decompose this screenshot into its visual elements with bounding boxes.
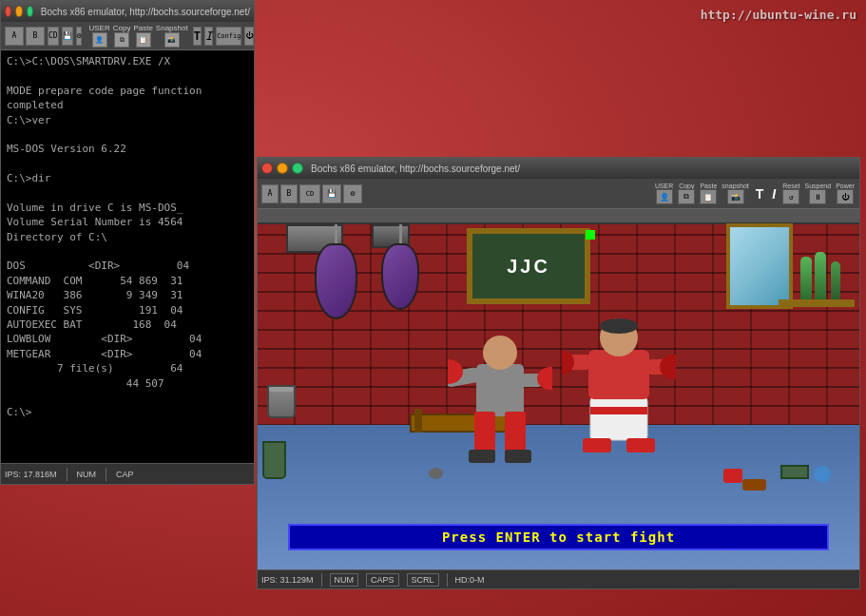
toolbar-icon-floppy[interactable]: 💾 (62, 27, 73, 46)
toolbar-icon-a[interactable]: A (5, 27, 24, 46)
toolbar-icon-cd[interactable]: CD (48, 27, 59, 46)
game-power-label: Power (836, 183, 855, 189)
game-ips-display: IPS: 31.129M (261, 575, 314, 585)
game-status-sep2 (447, 573, 448, 587)
bag-chain-right (399, 224, 402, 243)
status-separator-2 (106, 468, 106, 481)
svg-rect-5 (505, 450, 531, 463)
svg-rect-0 (476, 364, 524, 416)
game-copy-btn[interactable]: ⧉ (678, 189, 695, 204)
copy-section: Copy ⧉ (113, 24, 131, 48)
paste-section: Paste 📋 (133, 24, 152, 48)
bag-chain-left (335, 224, 337, 243)
game-toolbar-icons: A B (261, 184, 298, 203)
terminal-line-blank1 (7, 68, 248, 83)
paste-icon[interactable]: 📋 (136, 32, 151, 48)
ips-display: IPS: 17.816M (5, 470, 57, 479)
game-toolbar-cd[interactable]: CD (299, 184, 320, 203)
equipment-right (780, 465, 809, 479)
toolbar-icon-t[interactable]: T (193, 27, 202, 46)
window2-titlebar: Bochs x86 emulator, http://bochs.sourcef… (258, 158, 859, 179)
ceiling-pipe-main (258, 209, 859, 224)
game-reset-btn[interactable]: ↺ (782, 189, 799, 204)
terminal-line-prompt: C:\> (7, 405, 248, 419)
svg-point-14 (600, 318, 638, 334)
game-user-btn[interactable]: 👤 (656, 189, 673, 204)
status-separator-1 (67, 468, 67, 481)
snapshot-icon[interactable]: 📸 (164, 32, 180, 48)
game-toolbar-a[interactable]: A (261, 184, 279, 203)
chalkboard-text: JJC (507, 256, 550, 278)
svg-rect-12 (588, 350, 649, 399)
toolbar-icon-b[interactable]: B (26, 27, 45, 46)
window2-toolbar: A B CD 💾 ⚙ USER 👤 Copy ⧉ Paste 📋 snapsho… (258, 179, 859, 209)
game-suspend-label: Suspend (805, 183, 832, 189)
terminal-line-blank2 (7, 127, 248, 142)
shelf (779, 299, 855, 307)
press-enter-text: Press ENTER to start fight (442, 529, 675, 545)
svg-rect-11 (590, 407, 647, 414)
terminal-line-dir-cmd: C:\>dir (7, 171, 248, 185)
terminal-line-dos: DOS <DIR> 04 (7, 259, 248, 273)
press-enter-bar: Press ENTER to start fight (288, 524, 830, 550)
chalkboard: JJC (467, 228, 590, 304)
game-suspend-btn[interactable]: ⏸ (809, 189, 826, 204)
game-toolbar-b[interactable]: B (280, 184, 298, 203)
snapshot-section: Snapshot 📸 (156, 24, 188, 48)
caps-status: CAP (116, 470, 134, 479)
game-snapshot-section: snapshot 📸 (722, 183, 748, 204)
floor-item-2 (723, 469, 742, 483)
user-section: USER 👤 (88, 24, 109, 48)
game-minimize-button[interactable] (277, 163, 288, 174)
rocket-3 (831, 261, 840, 299)
floor-item-4 (814, 466, 831, 483)
copy-icon[interactable]: ⧉ (114, 32, 129, 48)
power-icon[interactable]: ⏻ (244, 27, 254, 46)
equipment-left (262, 441, 286, 479)
game-scrl-status: SCRL (407, 573, 439, 587)
game-close-button[interactable] (261, 163, 273, 174)
terminal-line-autoexec: AUTOEXEC BAT 168 04 (7, 318, 248, 332)
minimize-button[interactable] (15, 6, 22, 17)
maximize-button[interactable] (27, 6, 33, 17)
game-power-btn[interactable]: ⏻ (837, 189, 854, 204)
svg-rect-15 (583, 438, 611, 452)
user-label: USER (88, 24, 109, 32)
fighter-right-svg (562, 317, 676, 469)
terminal-line-volume: Volume in drive C is MS-DOS_ (7, 201, 248, 215)
close-button[interactable] (5, 6, 11, 17)
game-toolbar-right: USER 👤 Copy ⧉ Paste 📋 snapshot 📸 T I Res… (654, 183, 856, 204)
game-suspend-section: Suspend ⏸ (805, 183, 832, 204)
game-reset-section: Reset ↺ (782, 183, 799, 204)
green-indicator (586, 230, 595, 240)
game-snapshot-btn[interactable]: 📸 (727, 189, 744, 204)
toolbar-icon-i[interactable]: I (204, 27, 213, 46)
snapshot-label: Snapshot (156, 24, 188, 32)
terminal-line-blank3 (7, 157, 248, 171)
num-status: NUM (77, 470, 97, 479)
window1-toolbar: A B CD 💾 ⚙ USER 👤 Copy ⧉ Paste 📋 Snapsho… (1, 22, 254, 50)
game-window: Bochs x86 emulator, http://bochs.sourcef… (257, 157, 860, 589)
toolbar-icon-config[interactable]: Config (216, 27, 241, 46)
game-power-section: Power ⏻ (836, 183, 855, 204)
game-toolbar-ti: T (753, 186, 767, 202)
game-maximize-button[interactable] (292, 163, 303, 174)
window1-titlebar: Bochs x86 emulator, http://bochs.sourcef… (1, 1, 254, 22)
window-mirror (726, 223, 793, 309)
svg-point-20 (660, 355, 676, 379)
game-toolbar-settings[interactable]: ⚙ (343, 184, 362, 203)
svg-rect-3 (505, 412, 526, 454)
game-toolbar-floppy[interactable]: 💾 (322, 184, 341, 203)
terminal-line-config: CONFIG SYS 191 04 (7, 303, 248, 318)
watermark-text: http://ubuntu-wine.ru (701, 8, 856, 22)
floor-item-3 (742, 479, 766, 491)
user-icon[interactable]: 👤 (92, 32, 107, 48)
toolbar-icon-settings[interactable]: ⚙ (76, 27, 83, 46)
window2-title: Bochs x86 emulator, http://bochs.sourcef… (311, 164, 520, 174)
dos-terminal-content: C:\>C:\DOS\SMARTDRV.EXE /X MODE prepare … (1, 50, 254, 463)
game-status-sep1 (321, 573, 322, 587)
game-paste-btn[interactable]: 📋 (700, 189, 717, 204)
game-user-section: USER 👤 (655, 183, 673, 204)
game-copy-section: Copy ⧉ (678, 183, 695, 204)
punching-bag-right (381, 224, 419, 310)
